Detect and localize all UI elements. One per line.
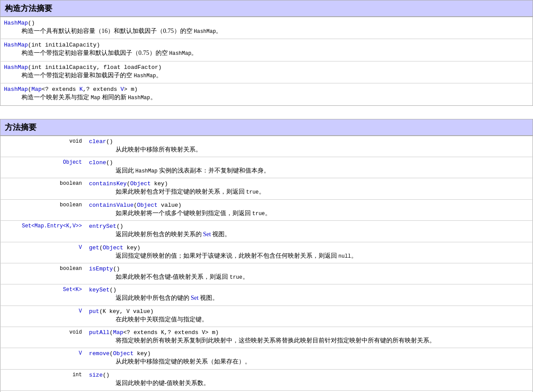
constructor-desc-4: 构造一个映射关系与指定 Map 相同的新 HashMap。: [4, 93, 529, 102]
method-detail-containskey: containsKey(Object key) 如果此映射包含对于指定键的映射关…: [86, 178, 533, 199]
return-type-entryset: Set<Map.Entry<K,V>>: [0, 221, 86, 242]
method-row-putall: void putAll(Map<? extends K,? extends V>…: [0, 327, 533, 348]
method-detail-keyset: keySet() 返回此映射中所包含的键的 Set 视图。: [86, 284, 533, 306]
method-detail-clone: clone() 返回此 HashMap 实例的浅表副本：并不复制键和值本身。: [86, 157, 533, 178]
return-link-keyset[interactable]: Set<K>: [63, 287, 82, 293]
hashmap-link-3[interactable]: HashMap: [4, 64, 28, 71]
return-link-get[interactable]: V: [79, 245, 82, 251]
method-detail-entryset: entrySet() 返回此映射所包含的映射关系的 Set 视图。: [86, 221, 533, 242]
return-link-put[interactable]: V: [79, 308, 82, 314]
object-link-get[interactable]: Object: [103, 245, 123, 251]
method-row-clone: Object clone() 返回此 HashMap 实例的浅表副本：并不复制键…: [0, 157, 533, 178]
method-link-containsvalue[interactable]: containsValue: [89, 202, 134, 209]
method-detail-clear: clear() 从此映射中移除所有映射关系。: [86, 136, 533, 157]
method-row-containskey: boolean containsKey(Object key) 如果此映射包含对…: [0, 178, 533, 199]
constructor-row-4: HashMap(Map<? extends K,? extends V> m) …: [0, 83, 533, 105]
constructor-row-1: HashMap() 构造一个具有默认初始容量（16）和默认加载因子（0.75）的…: [0, 17, 533, 39]
method-detail-size: size() 返回此映射中的键-值映射关系数。: [86, 369, 533, 390]
method-detail-isempty: isEmpty() 如果此映射不包含键-值映射关系，则返回 true。: [86, 263, 533, 284]
method-desc-remove: 从此映射中移除指定键的映射关系（如果存在）。: [89, 357, 529, 367]
return-type-clone: Object: [0, 157, 86, 178]
method-link-get[interactable]: get: [89, 245, 99, 251]
constructor-row-2: HashMap(int initialCapacity) 构造一个带指定初始容量…: [0, 39, 533, 61]
method-row-isempty: boolean isEmpty() 如果此映射不包含键-值映射关系，则返回 tr…: [0, 263, 533, 284]
constructor-table: HashMap() 构造一个具有默认初始容量（16）和默认加载因子（0.75）的…: [0, 17, 533, 106]
return-type-get: V: [0, 242, 86, 263]
method-desc-get: 返回指定键所映射的值；如果对于该键来说，此映射不包含任何映射关系，则返回 nul…: [89, 251, 529, 261]
constructor-desc-1: 构造一个具有默认初始容量（16）和默认加载因子（0.75）的空 HashMap。: [4, 26, 529, 36]
constructor-section-header: 构造方法摘要: [0, 0, 533, 17]
return-type-isempty: boolean: [0, 263, 86, 284]
method-desc-clone: 返回此 HashMap 实例的浅表副本：并不复制键和值本身。: [89, 166, 529, 176]
set-link-entryset[interactable]: Set: [203, 231, 211, 237]
method-link-putall[interactable]: putAll: [89, 329, 110, 336]
method-desc-size: 返回此映射中的键-值映射关系数。: [89, 378, 529, 388]
object-link-containskey[interactable]: Object: [130, 180, 151, 187]
method-row-containsvalue: boolean containsValue(Object value) 如果此映…: [0, 199, 533, 220]
method-link-keyset[interactable]: keySet: [89, 287, 110, 293]
method-link-remove[interactable]: remove: [89, 350, 110, 357]
return-type-remove: V: [0, 348, 86, 369]
method-detail-put: put(K key, V value) 在此映射中关联指定值与指定键。: [86, 306, 533, 327]
return-type-containskey: boolean: [0, 178, 86, 199]
return-type-put: V: [0, 306, 86, 327]
method-desc-put: 在此映射中关联指定值与指定键。: [89, 315, 529, 324]
method-detail-containsvalue: containsValue(Object value) 如果此映射将一个或多个键…: [86, 199, 533, 220]
object-link-remove[interactable]: Object: [113, 350, 134, 357]
method-desc-putall: 将指定映射的所有映射关系复制到此映射中，这些映射关系将替换此映射目前针对指定映射…: [89, 336, 529, 345]
constructor-desc-3: 构造一个带指定初始容量和加载因子的空 HashMap。: [4, 71, 529, 80]
method-row-keyset: Set<K> keySet() 返回此映射中所包含的键的 Set 视图。: [0, 284, 533, 306]
method-section-header: 方法摘要: [0, 119, 533, 136]
constructor-sig-3: HashMap(int initialCapacity, float loadF…: [4, 64, 529, 71]
method-desc-keyset: 返回此映射中所包含的键的 Set 视图。: [89, 293, 529, 303]
return-link-remove[interactable]: V: [79, 350, 82, 356]
method-link-containskey[interactable]: containsKey: [89, 180, 127, 187]
map-link-1[interactable]: Map: [31, 86, 41, 93]
method-section: 方法摘要 void clear() 从此映射中移除所有映射关系。 Object: [0, 119, 533, 392]
map-link-putall[interactable]: Map: [113, 329, 123, 336]
return-link-entryset[interactable]: Set<Map.Entry<K,V>>: [22, 223, 82, 229]
method-detail-remove: remove(Object key) 从此映射中移除指定键的映射关系（如果存在）…: [86, 348, 533, 369]
method-desc-entryset: 返回此映射所包含的映射关系的 Set 视图。: [89, 230, 529, 239]
return-type-putall: void: [0, 327, 86, 348]
constructor-desc-2: 构造一个带指定初始容量和默认加载因子（0.75）的空 HashMap。: [4, 48, 529, 58]
method-link-put[interactable]: put: [89, 308, 99, 315]
object-link-containsvalue[interactable]: Object: [137, 202, 158, 209]
return-link-object[interactable]: Object: [63, 159, 82, 165]
method-table: void clear() 从此映射中移除所有映射关系。 Object clone…: [0, 136, 533, 392]
k-link-1[interactable]: K: [80, 86, 83, 93]
v-link-1[interactable]: V: [120, 86, 124, 93]
method-row-entryset: Set<Map.Entry<K,V>> entrySet() 返回此映射所包含的…: [0, 221, 533, 242]
constructor-section: 构造方法摘要 HashMap() 构造一个具有默认初始容量（16）和默认加载因子…: [0, 0, 533, 106]
method-row-size: int size() 返回此映射中的键-值映射关系数。: [0, 369, 533, 390]
return-type-clear: void: [0, 136, 86, 157]
method-link-clear[interactable]: clear: [89, 138, 106, 145]
method-link-entryset[interactable]: entrySet: [89, 223, 116, 230]
method-link-size[interactable]: size: [89, 372, 103, 378]
return-type-size: int: [0, 369, 86, 390]
hashmap-link-4[interactable]: HashMap: [4, 86, 28, 93]
hashmap-link-2[interactable]: HashMap: [4, 42, 28, 48]
method-desc-containskey: 如果此映射包含对于指定键的映射关系，则返回 true。: [89, 187, 529, 197]
constructor-sig-1: HashMap(): [4, 20, 529, 26]
method-row-get: V get(Object key) 返回指定键所映射的值；如果对于该键来说，此映…: [0, 242, 533, 263]
method-link-clone[interactable]: clone: [89, 159, 106, 166]
method-detail-get: get(Object key) 返回指定键所映射的值；如果对于该键来说，此映射不…: [86, 242, 533, 263]
return-type-keyset: Set<K>: [0, 284, 86, 306]
method-detail-putall: putAll(Map<? extends K,? extends V> m) 将…: [86, 327, 533, 348]
constructor-sig-2: HashMap(int initialCapacity): [4, 42, 529, 48]
method-link-isempty[interactable]: isEmpty: [89, 266, 113, 272]
constructor-row-3: HashMap(int initialCapacity, float loadF…: [0, 61, 533, 83]
return-type-containsvalue: boolean: [0, 199, 86, 220]
method-desc-clear: 从此映射中移除所有映射关系。: [89, 145, 529, 155]
method-row-clear: void clear() 从此映射中移除所有映射关系。: [0, 136, 533, 157]
set-link-keyset[interactable]: Set: [191, 295, 199, 301]
method-desc-isempty: 如果此映射不包含键-值映射关系，则返回 true。: [89, 272, 529, 282]
method-desc-containsvalue: 如果此映射将一个或多个键映射到指定值，则返回 true。: [89, 209, 529, 218]
method-row-remove: V remove(Object key) 从此映射中移除指定键的映射关系（如果存…: [0, 348, 533, 369]
section-spacer: [0, 115, 533, 119]
hashmap-link-1[interactable]: HashMap: [4, 20, 28, 26]
method-row-put: V put(K key, V value) 在此映射中关联指定值与指定键。: [0, 306, 533, 327]
constructor-sig-4: HashMap(Map<? extends K,? extends V> m): [4, 86, 529, 93]
